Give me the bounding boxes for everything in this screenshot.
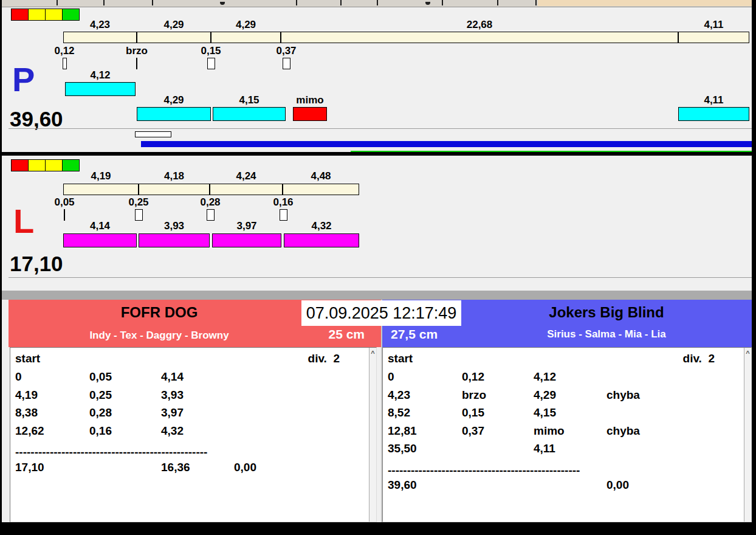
exchange-time-label: 0,37 — [266, 46, 307, 57]
dog-time-bar — [137, 107, 211, 121]
log-cell: 4,15 — [534, 406, 556, 420]
log-cell: 0 — [388, 370, 394, 384]
dog-time-label: 4,11 — [678, 95, 749, 106]
exchange-mark — [207, 209, 215, 221]
run-log-left[interactable]: ^ startdiv. 200,054,144,190,253,938,380,… — [10, 347, 377, 522]
lane-total-time: 39,60 — [10, 108, 63, 129]
log-header-division: div. 2 — [683, 351, 715, 366]
status-light — [11, 159, 29, 171]
datetime-display: 07.09.2025 12:17:49 — [301, 300, 461, 326]
status-light — [11, 9, 29, 21]
log-total-cell: 0,00 — [607, 478, 629, 492]
team-name-right: Jokers Big Blind — [461, 305, 752, 320]
split-time-label: 4,18 — [139, 171, 210, 182]
dog-time-label: 4,32 — [284, 221, 359, 232]
exchange-mark — [283, 58, 290, 69]
log-cell: 0,16 — [89, 424, 112, 438]
status-light — [62, 159, 80, 171]
log-header-division: div. 2 — [308, 351, 340, 366]
scroll-up-icon[interactable]: ^ — [369, 350, 376, 357]
exchange-time-label: 0,25 — [118, 197, 159, 208]
lane-separator — [0, 152, 756, 156]
scroll-up-icon[interactable]: ^ — [744, 350, 751, 357]
log-cell: 8,38 — [15, 406, 38, 420]
scrollbar-right[interactable]: ^ — [744, 348, 751, 522]
dog-time-bar — [678, 107, 749, 121]
team-name-left: FOFR DOG — [9, 305, 310, 320]
log-cell: 4,11 — [534, 441, 555, 456]
log-cell: 3,93 — [161, 388, 184, 402]
team-members-left: Indy - Tex - Daggry - Browny — [9, 330, 310, 341]
exchange-mark — [64, 209, 65, 221]
split-segment — [678, 32, 749, 43]
exchange-time-label: 0,05 — [44, 197, 85, 208]
split-segment — [137, 32, 211, 43]
log-cell: chyba — [607, 424, 640, 438]
progress-bar — [141, 141, 754, 147]
dog-time-bar — [63, 233, 137, 247]
split-time-label: 4,11 — [678, 19, 749, 30]
run-log-right[interactable]: ^ startdiv. 200,124,124,23brzo4,29chyba8… — [382, 347, 752, 522]
lane-p-baseline — [9, 128, 752, 129]
lane-letter: P — [12, 63, 35, 97]
dog-time-bar — [65, 82, 136, 96]
split-time-label: 4,48 — [283, 171, 359, 182]
status-light — [62, 9, 80, 21]
log-header-start: start — [15, 351, 40, 366]
log-cell: 4,14 — [161, 370, 184, 384]
log-total-cell: 0,00 — [234, 460, 256, 475]
log-separator: ----------------------------------------… — [15, 445, 238, 460]
window-border-left — [0, 0, 2, 535]
status-light — [28, 159, 46, 171]
progress-marker — [135, 131, 171, 137]
log-cell: 8,52 — [388, 406, 410, 420]
lane-letter: L — [13, 204, 34, 238]
log-cell: 12,62 — [15, 424, 44, 438]
log-cell: chyba — [607, 388, 640, 402]
dog-time-bar — [139, 233, 210, 247]
exchange-mark — [135, 209, 143, 221]
split-segment — [283, 184, 359, 195]
log-cell: 4,12 — [534, 370, 556, 384]
team-members-right: Sirius - Salma - Mia - Lia — [461, 329, 752, 340]
timing-app-window: 4,234,294,2922,684,110,12brzo0,150,374,1… — [0, 0, 756, 535]
dog-time-label: 4,12 — [65, 70, 136, 81]
status-light — [28, 9, 46, 21]
exchange-time-label: 0,12 — [44, 46, 85, 57]
log-cell: 0 — [15, 370, 22, 384]
exchange-mark — [136, 58, 137, 69]
dog-time-label: 3,93 — [139, 221, 210, 232]
exchange-time-label: 0,16 — [263, 197, 304, 208]
dog-time-label: 4,15 — [213, 95, 286, 106]
log-cell: 4,29 — [534, 388, 556, 402]
dog-time-bar — [213, 107, 286, 121]
log-separator: ----------------------------------------… — [388, 463, 610, 478]
log-total-cell: 16,36 — [161, 460, 190, 475]
dog-time-label: 4,29 — [137, 95, 211, 106]
split-segment — [63, 184, 139, 195]
jump-height-right: 27,5 cm — [391, 328, 438, 341]
lane-total-time: 17,10 — [10, 253, 63, 274]
log-header-start: start — [388, 351, 413, 366]
dog-time-label: mimo — [293, 95, 327, 106]
split-segment — [139, 184, 210, 195]
status-light — [45, 9, 63, 21]
split-segment — [63, 32, 137, 43]
exchange-time-label: 0,28 — [190, 197, 231, 208]
log-cell: 0,37 — [462, 424, 484, 438]
log-cell: 4,19 — [15, 388, 38, 402]
split-segment — [210, 184, 283, 195]
exchange-time-label: 0,15 — [190, 46, 232, 57]
log-cell: 35,50 — [388, 441, 417, 456]
log-cell: 0,05 — [89, 370, 112, 384]
log-cell: mimo — [534, 424, 565, 438]
window-border-bottom — [0, 522, 756, 535]
split-segment — [211, 32, 281, 43]
log-cell: 4,32 — [161, 424, 184, 438]
split-segment — [281, 32, 678, 43]
tables-separator-band — [0, 291, 756, 300]
exchange-mark — [280, 209, 287, 221]
log-cell: 3,97 — [161, 406, 184, 420]
scrollbar-left[interactable]: ^ — [369, 348, 376, 522]
window-border-right — [752, 0, 756, 535]
